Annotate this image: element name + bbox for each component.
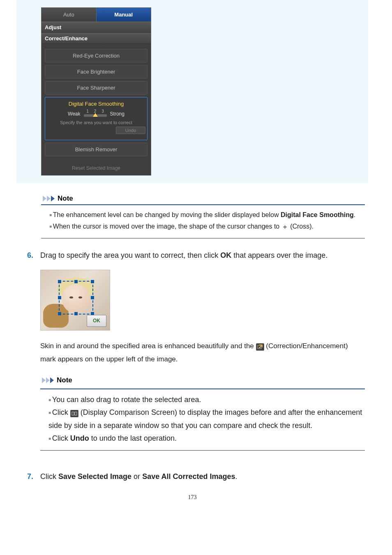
step-number: 6.	[27, 248, 36, 460]
correct-enhance-panel: Auto Manual Adjust Correct/Enhance Red-E…	[41, 7, 151, 176]
tab-manual[interactable]: Manual	[97, 8, 151, 21]
note-icon	[43, 195, 55, 202]
note1-item2: When the cursor is moved over the image,…	[49, 221, 362, 233]
option-face-brightener[interactable]: Face Brightener	[45, 65, 148, 79]
step6-instruction: Drag to specify the area you want to cor…	[40, 248, 365, 262]
option-red-eye[interactable]: Red-Eye Correction	[45, 49, 148, 62]
undo-button[interactable]: Undo	[116, 127, 145, 134]
adjust-header: Adjust	[42, 22, 151, 33]
slider-strong-label: Strong	[110, 111, 125, 117]
ok-button[interactable]: OK	[87, 315, 106, 327]
compare-icon	[70, 410, 78, 417]
step6-result-text: Skin in and around the specified area is…	[40, 340, 365, 366]
note2-item1: You can also drag to rotate the selected…	[48, 393, 362, 407]
step-6: 6. Drag to specify the area you want to …	[27, 248, 365, 460]
note-block-1: Note The enhancement level can be change…	[41, 194, 365, 238]
note-title: Note	[58, 194, 73, 203]
note1-item1: The enhancement level can be changed by …	[49, 209, 362, 221]
option-digital-face-smoothing[interactable]: Digital Face Smoothing Weak 123 Strong	[45, 97, 148, 140]
cross-icon: ＋	[281, 223, 288, 231]
step-7: 7. Click Save Selected Image or Save All…	[27, 469, 365, 483]
note2-item2: Click (Display Comparison Screen) to dis…	[48, 406, 362, 432]
sample-image: OK	[40, 270, 110, 331]
option-label: Digital Face Smoothing	[45, 101, 147, 107]
option-face-sharpener[interactable]: Face Sharpener	[45, 81, 148, 95]
slider-track[interactable]	[84, 114, 107, 117]
correction-mark-icon	[256, 343, 264, 351]
slider-thumb[interactable]	[93, 113, 98, 117]
svg-rect-1	[72, 412, 74, 415]
specify-text: Specify the area you want to correct	[45, 120, 147, 125]
correct-enhance-header: Correct/Enhance	[42, 33, 151, 44]
note-icon	[42, 377, 54, 384]
step7-instruction: Click Save Selected Image or Save All Co…	[40, 469, 365, 483]
smoothing-slider[interactable]: Weak 123 Strong	[45, 109, 147, 117]
reset-selected-image[interactable]: Reset Selected Image	[42, 163, 151, 175]
option-blemish-remover[interactable]: Blemish Remover	[45, 143, 148, 156]
svg-rect-0	[258, 345, 261, 349]
step-number: 7.	[27, 469, 36, 483]
screenshot-band: Auto Manual Adjust Correct/Enhance Red-E…	[16, 0, 368, 183]
slider-weak-label: Weak	[68, 111, 80, 117]
note-block-2: Note You can also drag to rotate the sel…	[40, 374, 365, 451]
selection-box[interactable]	[59, 281, 93, 314]
svg-rect-2	[75, 412, 77, 415]
tab-auto[interactable]: Auto	[42, 8, 97, 21]
page-number: 173	[16, 494, 368, 501]
note2-item3: Click Undo to undo the last operation.	[48, 432, 362, 445]
note-title: Note	[57, 374, 72, 387]
